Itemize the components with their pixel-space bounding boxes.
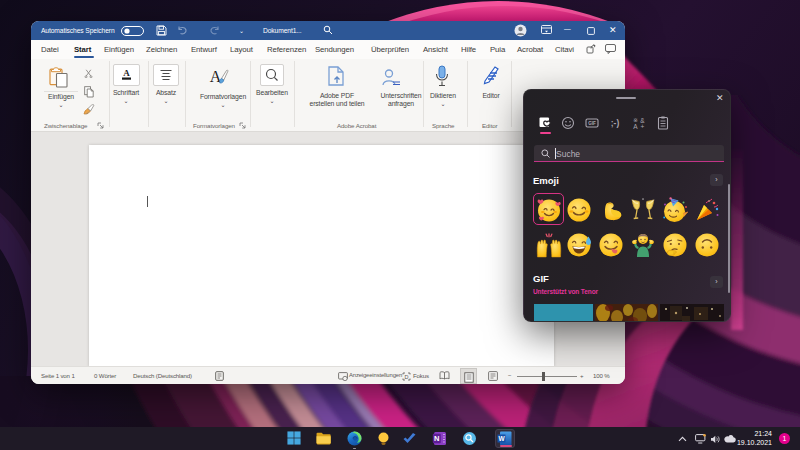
svg-text:;-): ;-): [611, 118, 620, 128]
svg-text:+: +: [641, 123, 645, 130]
svg-text:A: A: [634, 123, 639, 130]
svg-text:D: D: [405, 373, 409, 379]
svg-text:A: A: [123, 68, 130, 78]
svg-text:N: N: [434, 434, 439, 443]
svg-text:GIF: GIF: [588, 121, 596, 126]
svg-text:W: W: [498, 435, 505, 442]
